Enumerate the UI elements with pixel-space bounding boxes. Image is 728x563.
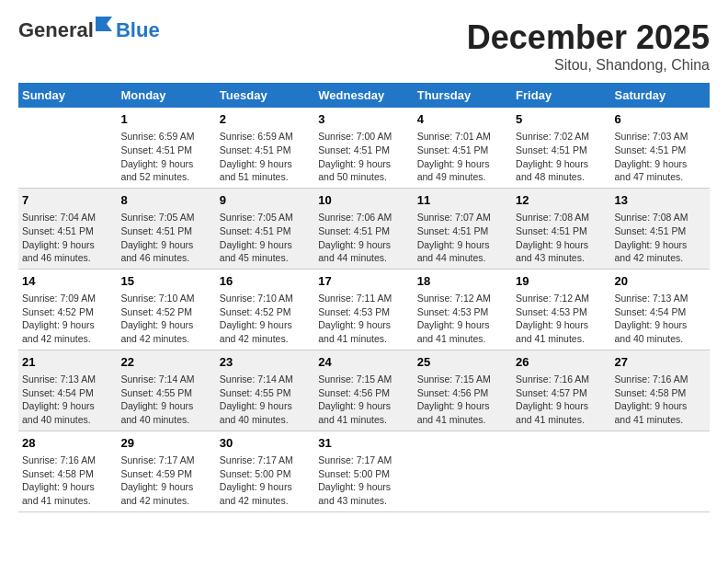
day-number: 2 [220,111,311,128]
day-info: Sunrise: 7:14 AMSunset: 4:55 PMDaylight:… [220,373,311,427]
calendar-cell: 28Sunrise: 7:16 AMSunset: 4:58 PMDayligh… [18,431,117,511]
title-block: December 2025 Sitou, Shandong, China [467,18,710,74]
day-number: 3 [318,111,409,128]
day-info: Sunrise: 7:13 AMSunset: 4:54 PMDaylight:… [22,373,113,427]
calendar-cell: 4Sunrise: 7:01 AMSunset: 4:51 PMDaylight… [414,108,512,188]
day-info: Sunrise: 7:10 AMSunset: 4:52 PMDaylight:… [220,292,311,346]
calendar-cell: 31Sunrise: 7:17 AMSunset: 5:00 PMDayligh… [314,431,413,511]
day-number: 26 [516,354,607,371]
header-tuesday: Tuesday [216,83,314,108]
calendar-cell: 17Sunrise: 7:11 AMSunset: 4:53 PMDayligh… [314,269,413,350]
day-info: Sunrise: 7:11 AMSunset: 4:53 PMDaylight:… [318,292,409,346]
calendar-cell: 22Sunrise: 7:14 AMSunset: 4:55 PMDayligh… [117,350,215,431]
calendar-cell: 14Sunrise: 7:09 AMSunset: 4:52 PMDayligh… [18,269,117,350]
calendar-week-row: 28Sunrise: 7:16 AMSunset: 4:58 PMDayligh… [18,431,710,511]
calendar-cell: 29Sunrise: 7:17 AMSunset: 4:59 PMDayligh… [117,431,215,511]
svg-marker-0 [96,17,112,31]
day-number: 11 [417,192,508,209]
day-number: 1 [120,111,211,128]
calendar-cell: 10Sunrise: 7:06 AMSunset: 4:51 PMDayligh… [314,188,413,269]
header-sunday: Sunday [18,83,117,108]
page-header: General Blue December 2025 Sitou, Shando… [18,18,710,74]
day-info: Sunrise: 7:05 AMSunset: 4:51 PMDaylight:… [120,211,211,265]
calendar-cell: 19Sunrise: 7:12 AMSunset: 4:53 PMDayligh… [512,269,610,350]
day-number: 7 [22,192,113,209]
calendar-cell: 1Sunrise: 6:59 AMSunset: 4:51 PMDaylight… [117,108,215,188]
logo-text-general: General [18,18,94,42]
day-number: 25 [417,354,508,371]
day-number: 13 [615,192,706,209]
calendar-week-row: 21Sunrise: 7:13 AMSunset: 4:54 PMDayligh… [18,350,710,431]
day-number: 21 [22,354,113,371]
day-info: Sunrise: 7:13 AMSunset: 4:54 PMDaylight:… [615,292,706,346]
calendar-cell: 5Sunrise: 7:02 AMSunset: 4:51 PMDaylight… [512,108,610,188]
logo: General Blue [18,18,160,42]
calendar-cell: 9Sunrise: 7:05 AMSunset: 4:51 PMDaylight… [216,188,314,269]
calendar-cell: 11Sunrise: 7:07 AMSunset: 4:51 PMDayligh… [414,188,512,269]
day-number: 9 [220,192,311,209]
calendar-week-row: 14Sunrise: 7:09 AMSunset: 4:52 PMDayligh… [18,269,710,350]
day-info: Sunrise: 7:17 AMSunset: 4:59 PMDaylight:… [120,454,211,508]
day-info: Sunrise: 7:12 AMSunset: 4:53 PMDaylight:… [417,292,508,346]
page-subtitle: Sitou, Shandong, China [467,57,710,74]
day-number: 31 [318,435,409,452]
day-info: Sunrise: 7:10 AMSunset: 4:52 PMDaylight:… [120,292,211,346]
calendar-cell: 16Sunrise: 7:10 AMSunset: 4:52 PMDayligh… [216,269,314,350]
header-wednesday: Wednesday [314,83,413,108]
day-info: Sunrise: 6:59 AMSunset: 4:51 PMDaylight:… [220,130,311,184]
day-number: 10 [318,192,409,209]
calendar-cell: 13Sunrise: 7:08 AMSunset: 4:51 PMDayligh… [611,188,710,269]
day-info: Sunrise: 7:00 AMSunset: 4:51 PMDaylight:… [318,130,409,184]
day-number: 23 [220,354,311,371]
day-number: 15 [120,273,211,290]
day-info: Sunrise: 7:15 AMSunset: 4:56 PMDaylight:… [318,373,409,427]
day-number: 27 [615,354,706,371]
day-info: Sunrise: 7:04 AMSunset: 4:51 PMDaylight:… [22,211,113,265]
day-info: Sunrise: 7:12 AMSunset: 4:53 PMDaylight:… [516,292,607,346]
day-number: 19 [516,273,607,290]
day-number: 12 [516,192,607,209]
calendar-cell: 3Sunrise: 7:00 AMSunset: 4:51 PMDaylight… [314,108,413,188]
day-number: 4 [417,111,508,128]
header-thursday: Thursday [414,83,512,108]
day-info: Sunrise: 7:17 AMSunset: 5:00 PMDaylight:… [318,454,409,508]
day-number: 16 [220,273,311,290]
calendar-cell: 26Sunrise: 7:16 AMSunset: 4:57 PMDayligh… [512,350,610,431]
page-title: December 2025 [467,18,710,57]
calendar-cell: 27Sunrise: 7:16 AMSunset: 4:58 PMDayligh… [611,350,710,431]
day-number: 6 [615,111,706,128]
day-info: Sunrise: 7:03 AMSunset: 4:51 PMDaylight:… [615,130,706,184]
calendar-cell: 20Sunrise: 7:13 AMSunset: 4:54 PMDayligh… [611,269,710,350]
calendar-cell [18,108,117,188]
day-info: Sunrise: 7:06 AMSunset: 4:51 PMDaylight:… [318,211,409,265]
calendar-header: Sunday Monday Tuesday Wednesday Thursday… [18,83,710,108]
day-info: Sunrise: 7:08 AMSunset: 4:51 PMDaylight:… [516,211,607,265]
logo-flag-icon [96,17,116,31]
calendar-cell: 30Sunrise: 7:17 AMSunset: 5:00 PMDayligh… [216,431,314,511]
calendar-cell: 15Sunrise: 7:10 AMSunset: 4:52 PMDayligh… [117,269,215,350]
day-info: Sunrise: 7:09 AMSunset: 4:52 PMDaylight:… [22,292,113,346]
day-info: Sunrise: 6:59 AMSunset: 4:51 PMDaylight:… [120,130,211,184]
day-info: Sunrise: 7:17 AMSunset: 5:00 PMDaylight:… [220,454,311,508]
calendar-cell: 6Sunrise: 7:03 AMSunset: 4:51 PMDaylight… [611,108,710,188]
header-monday: Monday [117,83,215,108]
calendar-cell: 23Sunrise: 7:14 AMSunset: 4:55 PMDayligh… [216,350,314,431]
day-number: 5 [516,111,607,128]
day-info: Sunrise: 7:02 AMSunset: 4:51 PMDaylight:… [516,130,607,184]
logo-text-blue: Blue [116,18,160,41]
calendar-cell: 7Sunrise: 7:04 AMSunset: 4:51 PMDaylight… [18,188,117,269]
day-number: 22 [120,354,211,371]
day-info: Sunrise: 7:08 AMSunset: 4:51 PMDaylight:… [615,211,706,265]
day-number: 17 [318,273,409,290]
calendar-cell [414,431,512,511]
calendar-week-row: 1Sunrise: 6:59 AMSunset: 4:51 PMDaylight… [18,108,710,188]
calendar-cell: 25Sunrise: 7:15 AMSunset: 4:56 PMDayligh… [414,350,512,431]
day-info: Sunrise: 7:05 AMSunset: 4:51 PMDaylight:… [220,211,311,265]
calendar-cell: 24Sunrise: 7:15 AMSunset: 4:56 PMDayligh… [314,350,413,431]
day-number: 28 [22,435,113,452]
day-info: Sunrise: 7:16 AMSunset: 4:57 PMDaylight:… [516,373,607,427]
calendar-cell [611,431,710,511]
calendar-cell: 12Sunrise: 7:08 AMSunset: 4:51 PMDayligh… [512,188,610,269]
day-info: Sunrise: 7:14 AMSunset: 4:55 PMDaylight:… [120,373,211,427]
day-number: 8 [120,192,211,209]
